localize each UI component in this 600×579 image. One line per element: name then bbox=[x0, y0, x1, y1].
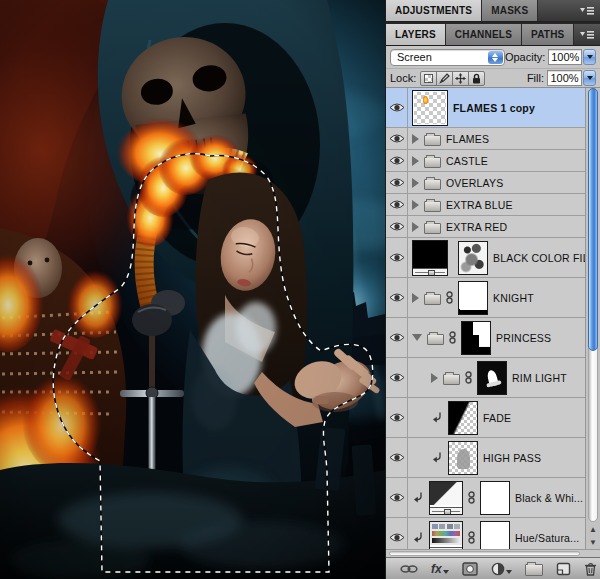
layer-thumbnail[interactable] bbox=[477, 361, 507, 395]
horizontal-scrollbar[interactable] bbox=[386, 549, 600, 557]
layer-mask-thumbnail[interactable] bbox=[480, 481, 510, 515]
fade-gradient bbox=[449, 402, 477, 434]
layer-row-flames-group[interactable]: FLAMES bbox=[386, 128, 585, 150]
layer-row-castle-group[interactable]: CASTLE bbox=[386, 150, 585, 172]
tab-adjustments[interactable]: ADJUSTMENTS bbox=[386, 0, 482, 21]
folder-icon bbox=[424, 135, 441, 146]
new-group-button[interactable] bbox=[525, 561, 543, 576]
visibility-toggle[interactable] bbox=[386, 194, 408, 215]
layer-row-knight-group[interactable]: KNIGHT bbox=[386, 278, 585, 318]
opacity-dropdown-button[interactable] bbox=[583, 49, 596, 65]
layer-row-extra-blue-group[interactable]: EXTRA BLUE bbox=[386, 194, 585, 216]
panel-menu-icon bbox=[579, 6, 595, 15]
blend-mode-select[interactable]: Screen bbox=[390, 49, 505, 66]
visibility-toggle[interactable] bbox=[386, 438, 408, 477]
document-canvas[interactable] bbox=[0, 0, 385, 579]
layer-row-fade[interactable]: FADE bbox=[386, 398, 585, 438]
new-layer-button[interactable] bbox=[556, 562, 571, 576]
fill-dropdown-button[interactable] bbox=[583, 70, 596, 86]
trash-icon bbox=[584, 562, 597, 576]
expand-triangle-icon[interactable] bbox=[412, 200, 419, 210]
add-layer-mask-button[interactable] bbox=[462, 562, 478, 576]
layer-mask-thumbnail[interactable] bbox=[480, 521, 510, 550]
group-mask-thumbnail[interactable] bbox=[458, 281, 488, 315]
expand-triangle-icon[interactable] bbox=[412, 134, 419, 144]
opacity-input[interactable]: 100% bbox=[548, 49, 582, 65]
fill-input[interactable]: 100% bbox=[547, 70, 582, 86]
lock-transparency-button[interactable] bbox=[420, 71, 437, 86]
clipping-mask-arrow-icon bbox=[413, 492, 424, 503]
panel-menu-button[interactable] bbox=[574, 0, 600, 21]
group-mask-thumbnail[interactable] bbox=[461, 321, 491, 355]
scrollbar-thumb[interactable] bbox=[588, 88, 598, 351]
scroll-down-button[interactable]: ▼ bbox=[586, 536, 600, 549]
layer-row-princess-group[interactable]: PRINCESS bbox=[386, 318, 585, 358]
expand-triangle-icon[interactable] bbox=[412, 293, 419, 303]
layer-row-rim-light-group[interactable]: RIM LIGHT bbox=[386, 358, 585, 398]
layer-row-black-color-fill[interactable]: BLACK COLOR FILL bbox=[386, 238, 585, 278]
layer-row-black-and-white[interactable]: Black & Whi... bbox=[386, 478, 585, 518]
visibility-toggle[interactable] bbox=[386, 518, 408, 549]
blend-mode-stepper-icon bbox=[488, 51, 503, 64]
layer-row-hue-saturation[interactable]: Hue/Satura... bbox=[386, 518, 585, 549]
fill-slider-icon bbox=[413, 268, 447, 275]
eye-icon bbox=[389, 252, 405, 263]
layer-name: FLAMES 1 copy bbox=[453, 102, 535, 114]
layer-row-extra-red-group[interactable]: EXTRA RED bbox=[386, 216, 585, 238]
visibility-toggle[interactable] bbox=[386, 238, 408, 277]
layer-mask-thumbnail[interactable] bbox=[458, 241, 488, 275]
eye-icon bbox=[389, 332, 405, 343]
expand-triangle-icon[interactable] bbox=[431, 373, 438, 383]
expand-triangle-icon[interactable] bbox=[412, 222, 419, 232]
folder-icon bbox=[424, 179, 441, 190]
layer-thumbnail[interactable] bbox=[448, 441, 478, 475]
layers-panel: ADJUSTMENTS MASKS LAYERS CHANNELS PATHS bbox=[385, 0, 600, 579]
adjustments-tabbar: ADJUSTMENTS MASKS bbox=[386, 0, 600, 22]
transparency-icon bbox=[424, 74, 433, 83]
visibility-toggle[interactable] bbox=[386, 88, 408, 127]
tab-paths[interactable]: PATHS bbox=[522, 24, 574, 45]
panel-menu-button[interactable] bbox=[574, 24, 600, 45]
fx-dropdown-arrow bbox=[443, 570, 449, 574]
lock-image-button[interactable] bbox=[436, 71, 453, 86]
layer-mask-icon bbox=[462, 562, 478, 576]
visibility-toggle[interactable] bbox=[386, 478, 408, 517]
layer-row-overlays-group[interactable]: OVERLAYS bbox=[386, 172, 585, 194]
lock-position-button[interactable] bbox=[452, 71, 469, 86]
lock-all-button[interactable] bbox=[468, 71, 485, 86]
visibility-toggle[interactable] bbox=[386, 216, 408, 237]
link-layers-button[interactable] bbox=[400, 564, 418, 574]
visibility-toggle[interactable] bbox=[386, 398, 408, 437]
flame-speck bbox=[423, 96, 428, 104]
folder-icon bbox=[427, 334, 444, 345]
collapse-triangle-icon[interactable] bbox=[412, 334, 422, 341]
layer-style-button[interactable]: fx bbox=[431, 562, 449, 576]
expand-triangle-icon[interactable] bbox=[412, 156, 419, 166]
tab-masks[interactable]: MASKS bbox=[482, 0, 538, 21]
expand-triangle-icon[interactable] bbox=[412, 178, 419, 188]
layer-row-flames-1-copy[interactable]: FLAMES 1 copy bbox=[386, 88, 585, 128]
visibility-toggle[interactable] bbox=[386, 150, 408, 171]
layer-thumbnail[interactable] bbox=[412, 90, 448, 126]
scroll-up-button[interactable]: ▲ bbox=[586, 523, 600, 536]
new-adjustment-layer-button[interactable] bbox=[491, 562, 512, 576]
adjustment-layer-thumbnail[interactable] bbox=[429, 521, 463, 550]
visibility-toggle[interactable] bbox=[386, 128, 408, 149]
vertical-scrollbar[interactable]: ▲ ▼ bbox=[585, 88, 600, 549]
horizontal-scrollbar-track[interactable] bbox=[389, 551, 580, 556]
tab-layers[interactable]: LAYERS bbox=[386, 24, 446, 45]
visibility-toggle[interactable] bbox=[386, 358, 408, 397]
layer-thumbnail[interactable] bbox=[448, 401, 478, 435]
tab-channels[interactable]: CHANNELS bbox=[446, 24, 522, 45]
eye-icon bbox=[389, 372, 405, 383]
link-icon bbox=[468, 531, 475, 544]
fill-layer-thumbnail[interactable] bbox=[412, 240, 448, 276]
layer-name: OVERLAYS bbox=[446, 177, 503, 189]
visibility-toggle[interactable] bbox=[386, 318, 408, 357]
layer-row-high-pass[interactable]: HIGH PASS bbox=[386, 438, 585, 478]
adjustment-layer-thumbnail[interactable] bbox=[429, 481, 463, 515]
artwork-composite bbox=[0, 0, 385, 579]
delete-layer-button[interactable] bbox=[584, 562, 597, 576]
visibility-toggle[interactable] bbox=[386, 278, 408, 317]
visibility-toggle[interactable] bbox=[386, 172, 408, 193]
